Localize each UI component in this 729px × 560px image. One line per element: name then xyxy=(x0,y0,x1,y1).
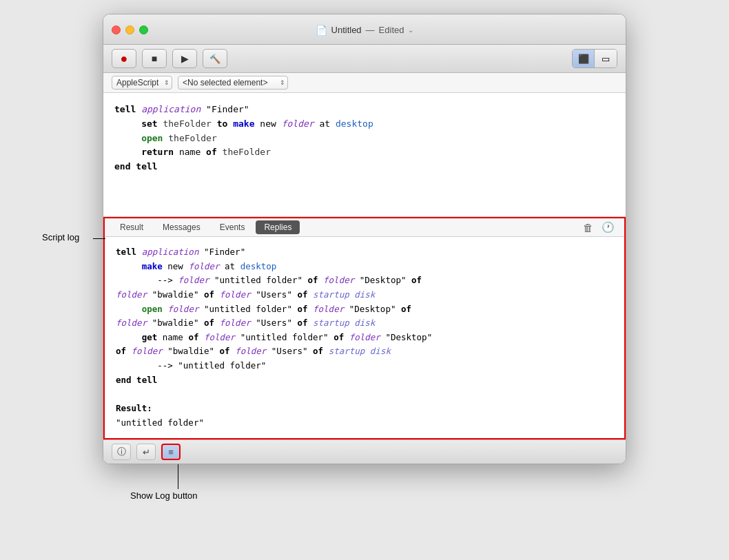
split-view-button[interactable]: ⬛ xyxy=(573,50,595,68)
log-line-5: open folder "untitled folder" of folder … xyxy=(116,302,613,317)
log-result-label: Result: xyxy=(116,402,613,416)
tab-messages[interactable]: Messages xyxy=(153,218,210,236)
tab-events[interactable]: Events xyxy=(210,218,255,236)
script-editor[interactable]: tell application "Finder" set theFolder … xyxy=(103,93,626,217)
close-button[interactable] xyxy=(112,25,121,34)
log-line-8: of folder "bwaldie" of folder "Users" of… xyxy=(116,344,613,359)
log-line-9: --> "untitled folder" xyxy=(116,359,613,373)
info-button[interactable]: ⓘ xyxy=(112,444,131,460)
log-line-7: get name of folder "untitled folder" of … xyxy=(116,331,613,345)
bottom-bar: ⓘ ↵ ≡ xyxy=(103,439,626,464)
dropdowns-bar: AppleScript <No selected element> xyxy=(103,73,626,93)
log-tabs: Result Messages Events Replies 🗑 🕐 xyxy=(105,218,624,237)
editor-line-3: open theFolder xyxy=(114,132,615,146)
log-content: tell application "Finder" make new folde… xyxy=(105,237,624,438)
single-view-button[interactable]: ▭ xyxy=(595,50,617,68)
record-button[interactable]: ● xyxy=(112,49,136,68)
editor-line-5: end tell xyxy=(114,160,615,174)
titlebar-center: 📄 Untitled — Edited ⌄ xyxy=(316,25,414,36)
view-toggle: ⬛ ▭ xyxy=(572,49,617,68)
script-log-annotation-line xyxy=(93,238,105,239)
document-edited-dash: — xyxy=(366,25,375,35)
element-dropdown-wrapper: <No selected element> xyxy=(178,76,288,90)
show-log-annotation-label: Show Log button xyxy=(130,490,198,501)
document-edited-label: Edited xyxy=(379,25,404,35)
toolbar: ● ■ ▶ 🔨 ⬛ ▭ xyxy=(103,45,626,73)
language-dropdown[interactable]: AppleScript xyxy=(112,76,172,90)
language-dropdown-wrapper: AppleScript xyxy=(112,76,172,90)
maximize-button[interactable] xyxy=(139,25,148,34)
compile-button[interactable]: 🔨 xyxy=(203,49,227,68)
tab-replies[interactable]: Replies xyxy=(256,220,300,234)
titlebar: 📄 Untitled — Edited ⌄ xyxy=(103,14,626,45)
document-title: Untitled xyxy=(331,25,362,35)
applescript-editor-window: 📄 Untitled — Edited ⌄ ● ■ ▶ 🔨 ⬛ ▭ App xyxy=(103,14,626,464)
run-button[interactable]: ▶ xyxy=(172,49,197,68)
tab-result[interactable]: Result xyxy=(110,218,153,236)
editor-line-4: return name of theFolder xyxy=(114,145,615,160)
log-panel: Result Messages Events Replies 🗑 🕐 tell … xyxy=(103,217,626,439)
script-log-annotation: Script log xyxy=(42,231,79,244)
stop-button[interactable]: ■ xyxy=(142,49,167,68)
show-log-button[interactable]: ≡ xyxy=(161,444,181,460)
reply-button[interactable]: ↵ xyxy=(136,444,156,460)
trash-button[interactable]: 🗑 xyxy=(579,219,597,236)
minimize-button[interactable] xyxy=(125,25,134,34)
log-line-2: make new folder at desktop xyxy=(116,260,613,274)
element-dropdown[interactable]: <No selected element> xyxy=(178,76,288,90)
traffic-lights xyxy=(112,25,148,34)
log-result-value: "untitled folder" xyxy=(116,416,613,431)
document-icon: 📄 xyxy=(316,25,327,36)
log-line-4: folder "bwaldie" of folder "Users" of st… xyxy=(116,288,613,302)
show-log-annotation-line xyxy=(178,464,178,489)
log-line-10: end tell xyxy=(116,373,613,388)
editor-line-1: tell application "Finder" xyxy=(114,103,615,117)
log-line-1: tell application "Finder" xyxy=(116,245,613,260)
log-line-3: --> folder "untitled folder" of folder "… xyxy=(116,273,613,288)
editor-line-2: set theFolder to make new folder at desk… xyxy=(114,117,615,132)
history-button[interactable]: 🕐 xyxy=(597,218,619,236)
log-line-6: folder "bwaldie" of folder "Users" of st… xyxy=(116,316,613,331)
title-chevron-icon[interactable]: ⌄ xyxy=(408,26,413,34)
